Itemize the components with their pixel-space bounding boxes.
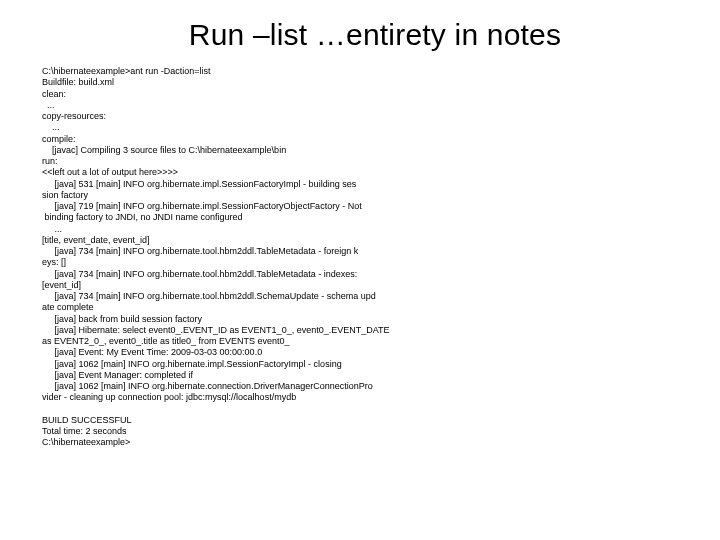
page-title: Run –list …entirety in notes [42, 18, 678, 52]
console-output: C:\hibernateexample>ant run -Daction=lis… [42, 66, 678, 449]
slide: Run –list …entirety in notes C:\hibernat… [0, 0, 720, 540]
